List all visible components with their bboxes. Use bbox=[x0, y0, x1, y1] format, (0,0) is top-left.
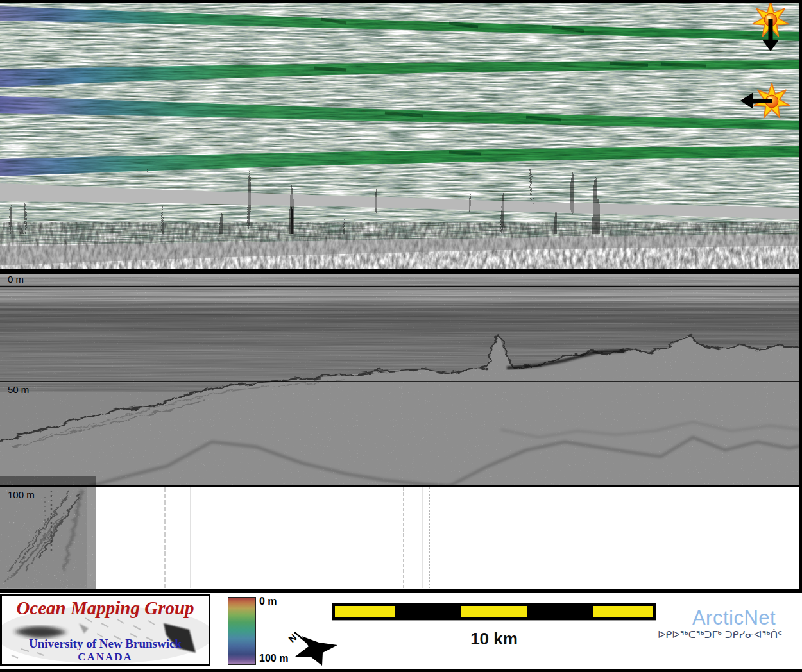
arcticnet-logo: ArcticNet bbox=[692, 607, 776, 630]
echogram-top-divider bbox=[0, 269, 802, 274]
no-data-region bbox=[87, 487, 802, 589]
multibeam-swaths bbox=[0, 6, 802, 176]
swath-shadow-streaks bbox=[314, 19, 706, 154]
left-data-block bbox=[0, 487, 87, 588]
colorbar-top-label: 0 m bbox=[259, 596, 277, 607]
scale-segment bbox=[593, 606, 653, 617]
depth-label-50m: 50 m bbox=[8, 384, 29, 395]
depth-colorbar bbox=[228, 597, 256, 665]
omg-country: CANADA bbox=[2, 651, 209, 664]
omg-institution: University of New Brunswick bbox=[2, 637, 209, 651]
omg-title: Ocean Mapping Group bbox=[2, 598, 209, 619]
echogram-grain bbox=[0, 287, 802, 486]
scale-segment bbox=[461, 606, 527, 617]
subbottom-echogram: 0 m 50 m 100 m bbox=[0, 269, 802, 593]
echogram-bottom-divider bbox=[0, 589, 802, 593]
arcticnet-inuktitut: ᐅᑭᐅᖅᑕᖅᑐᒥᒃ ᑐᑭᓯᓂᐊᖅᑏᑦ bbox=[658, 628, 782, 641]
track-line-5 bbox=[0, 183, 802, 219]
depth-label-0m: 0 m bbox=[8, 274, 24, 285]
track-line-1 bbox=[0, 6, 802, 41]
omg-logo: Ocean Mapping Group University of New Br… bbox=[0, 594, 210, 666]
sun-marker-top bbox=[753, 2, 788, 51]
scale-bar bbox=[332, 603, 656, 620]
frame-border-right bbox=[799, 0, 802, 593]
survey-track-map bbox=[0, 0, 802, 269]
survey-figure: 0 m 50 m 100 m Ocean Mapping Group Unive… bbox=[0, 0, 802, 672]
frame-border-bottom bbox=[0, 669, 802, 672]
north-arrow: N bbox=[282, 623, 343, 669]
scale-bar-label: 10 km bbox=[470, 629, 518, 649]
track-line-4 bbox=[0, 146, 802, 176]
scale-segment bbox=[335, 606, 395, 617]
frame-border-top bbox=[0, 0, 802, 3]
echogram-surface-band bbox=[0, 274, 802, 286]
compass-star-icon bbox=[295, 636, 337, 666]
track-line-6 bbox=[0, 235, 802, 265]
sun-marker-middle bbox=[740, 83, 790, 118]
depth-label-100m: 100 m bbox=[8, 489, 35, 500]
